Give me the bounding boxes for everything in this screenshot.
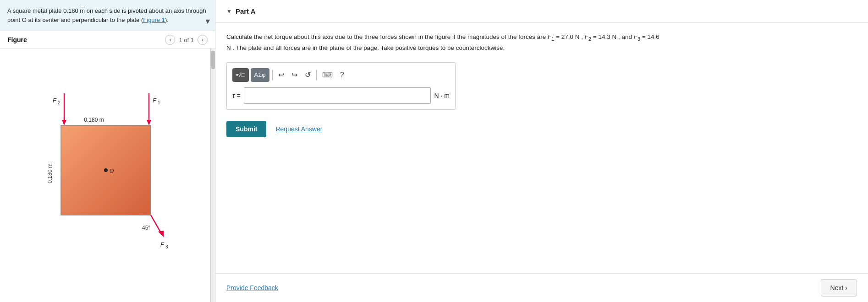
tau-label: τ = bbox=[232, 92, 240, 99]
figure-header: Figure ‹ 1 of 1 › bbox=[0, 31, 215, 49]
part-chevron-icon[interactable]: ▼ bbox=[226, 8, 232, 15]
figure-prev-button[interactable]: ‹ bbox=[165, 35, 175, 45]
bottom-row: Provide Feedback Next › bbox=[215, 273, 868, 302]
answer-toolbar: ▪√□ ΑΣφ ↩ ↪ ↺ ⌨ ? bbox=[232, 68, 450, 82]
svg-text:3: 3 bbox=[165, 244, 168, 249]
svg-marker-14 bbox=[158, 231, 164, 237]
scroll-down-arrow[interactable]: ▼ bbox=[204, 16, 211, 27]
svg-text:1: 1 bbox=[158, 100, 160, 105]
svg-point-10 bbox=[104, 168, 108, 172]
keyboard-button[interactable]: ⌨ bbox=[319, 68, 335, 82]
figure-scrollbar[interactable] bbox=[210, 49, 215, 302]
svg-marker-5 bbox=[147, 120, 151, 125]
problem-text: A square metal plate 0.180 m on each sid… bbox=[7, 7, 206, 23]
action-row: Submit Request Answer bbox=[226, 121, 857, 137]
input-row: τ = N · m bbox=[232, 87, 450, 104]
request-answer-button[interactable]: Request Answer bbox=[275, 125, 322, 133]
svg-marker-1 bbox=[62, 120, 66, 125]
figure-link[interactable]: Figure 1 bbox=[143, 16, 165, 23]
symbol-button[interactable]: ΑΣφ bbox=[251, 68, 269, 82]
svg-text:0.180 m: 0.180 m bbox=[47, 163, 53, 183]
problem-text-box: A square metal plate 0.180 m on each sid… bbox=[0, 0, 215, 31]
left-panel: A square metal plate 0.180 m on each sid… bbox=[0, 0, 215, 302]
figure-svg: F 2 F 1 0.180 m bbox=[39, 89, 176, 263]
undo-button[interactable]: ↩ bbox=[275, 68, 287, 82]
help-button[interactable]: ? bbox=[337, 68, 347, 82]
svg-text:O: O bbox=[110, 168, 114, 174]
svg-text:0.180 m: 0.180 m bbox=[84, 117, 104, 123]
svg-text:45°: 45° bbox=[142, 225, 150, 231]
scroll-thumb bbox=[211, 51, 215, 69]
svg-text:F: F bbox=[153, 97, 157, 104]
unit-label: N · m bbox=[434, 92, 450, 99]
reset-button[interactable]: ↺ bbox=[302, 68, 313, 82]
figure-nav: ‹ 1 of 1 › bbox=[165, 35, 208, 45]
answer-input[interactable] bbox=[244, 87, 430, 104]
right-panel: ▼ Part A Calculate the net torque about … bbox=[215, 0, 868, 302]
svg-text:F: F bbox=[53, 97, 57, 104]
next-chevron-icon: › bbox=[845, 284, 847, 291]
figure-canvas: F 2 F 1 0.180 m bbox=[0, 49, 215, 302]
svg-text:2: 2 bbox=[58, 100, 60, 105]
provide-feedback-button[interactable]: Provide Feedback bbox=[226, 284, 278, 291]
figure-next-button[interactable]: › bbox=[198, 35, 208, 45]
submit-button[interactable]: Submit bbox=[226, 121, 266, 137]
svg-text:F: F bbox=[160, 241, 165, 248]
part-label: Part A bbox=[236, 7, 256, 15]
answer-box: ▪√□ ΑΣφ ↩ ↪ ↺ ⌨ ? τ = N · m bbox=[226, 62, 456, 110]
part-header: ▼ Part A bbox=[215, 0, 868, 23]
figure-title: Figure bbox=[7, 36, 27, 43]
part-content: Calculate the net torque about this axis… bbox=[215, 23, 868, 273]
toolbar-separator-1 bbox=[272, 70, 273, 80]
toolbar-separator-2 bbox=[316, 70, 317, 80]
figure-page: 1 of 1 bbox=[179, 37, 194, 43]
next-button[interactable]: Next › bbox=[821, 279, 857, 297]
problem-description: Calculate the net torque about this axis… bbox=[226, 32, 662, 53]
redo-button[interactable]: ↪ bbox=[289, 68, 300, 82]
matrix-button[interactable]: ▪√□ bbox=[232, 68, 249, 82]
figure-container: F 2 F 1 0.180 m bbox=[0, 49, 215, 302]
